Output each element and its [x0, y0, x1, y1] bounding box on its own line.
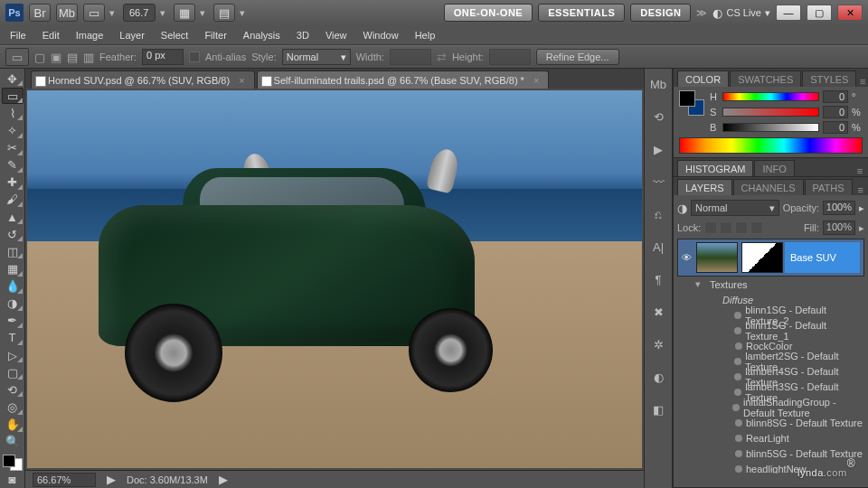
close-icon[interactable]: × [239, 75, 244, 86]
menu-filter[interactable]: Filter [196, 27, 234, 43]
panel-menu-icon[interactable]: ≡ [852, 165, 868, 176]
sat-value[interactable]: 0 [823, 106, 848, 118]
tab-layers[interactable]: LAYERS [677, 179, 732, 195]
menu-file[interactable]: File [2, 27, 34, 43]
panel-menu-icon[interactable]: ≡ [857, 76, 868, 87]
minibridge-button[interactable]: Mb [56, 4, 78, 22]
menu-3d[interactable]: 3D [288, 27, 317, 43]
mini-actions-icon[interactable]: ▶ [648, 139, 668, 159]
tree-node[interactable]: ▾Textures [677, 277, 864, 292]
mini-adjust-icon[interactable]: ◧ [648, 399, 668, 419]
subtract-selection-icon[interactable]: ▤ [67, 52, 78, 63]
layer-thumbnail[interactable] [696, 242, 738, 273]
antialias-checkbox[interactable] [189, 52, 200, 62]
menu-layer[interactable]: Layer [111, 27, 153, 43]
move-tool[interactable]: ✥ [2, 70, 24, 87]
layer-name[interactable]: Base SUV [785, 242, 860, 273]
opacity-input[interactable]: 100% [823, 201, 855, 215]
close-icon[interactable]: × [533, 75, 539, 86]
blur-tool[interactable]: 💧 [2, 278, 24, 295]
workspace-more[interactable]: ≫ [696, 4, 707, 22]
eraser-tool[interactable]: ◫ [2, 243, 24, 259]
mini-3d-icon[interactable]: ✲ [648, 334, 668, 354]
menu-select[interactable]: Select [153, 27, 197, 43]
tree-node[interactable]: RearLight [677, 430, 864, 446]
extras-dropdown[interactable]: ▤▾ [213, 4, 248, 22]
intersect-selection-icon[interactable]: ▥ [83, 52, 94, 63]
hue-slider[interactable] [722, 92, 819, 101]
lock-position-icon[interactable] [735, 221, 748, 234]
refine-edge-button[interactable]: Refine Edge... [536, 49, 619, 65]
wand-tool[interactable]: ✧ [2, 122, 24, 138]
mini-para-icon[interactable]: ¶ [648, 269, 668, 289]
tab-info[interactable]: INFO [754, 160, 794, 176]
bridge-button[interactable]: Br [29, 4, 51, 22]
menu-analysis[interactable]: Analysis [235, 27, 288, 43]
dodge-tool[interactable]: ◑ [2, 296, 24, 312]
tab-color[interactable]: COLOR [677, 70, 729, 87]
menu-view[interactable]: View [317, 27, 355, 43]
status-arrow-icon[interactable]: ▶ [107, 474, 116, 485]
workspace-design[interactable]: DESIGN [630, 4, 691, 22]
menu-edit[interactable]: Edit [34, 27, 68, 43]
eyedropper-tool[interactable]: ✎ [2, 157, 24, 174]
color-ramp[interactable] [679, 137, 863, 154]
visibility-icon[interactable]: 👁 [678, 252, 694, 263]
sat-slider[interactable] [722, 108, 819, 117]
tool-preset-picker[interactable]: ▭ [5, 48, 29, 66]
tab-channels[interactable]: CHANNELS [733, 179, 804, 195]
tab-styles[interactable]: STYLES [802, 70, 856, 87]
lock-pixels-icon[interactable] [720, 221, 732, 234]
tab-histogram[interactable]: HISTOGRAM [677, 160, 753, 176]
heal-tool[interactable]: ✚ [2, 174, 24, 191]
layer-row[interactable]: 👁 Base SUV [677, 239, 864, 277]
tab-paths[interactable]: PATHS [805, 179, 853, 195]
hand-tool[interactable]: ✋ [2, 417, 24, 433]
stamp-tool[interactable]: ▲ [2, 209, 24, 225]
menu-help[interactable]: Help [407, 27, 444, 43]
blend-mode-dropdown[interactable]: Normal▾ [691, 200, 779, 216]
color-fgbg-swatch[interactable] [679, 90, 704, 116]
fill-input[interactable]: 100% [823, 221, 855, 235]
workspace-one-on-one[interactable]: ONE-ON-ONE [444, 4, 533, 22]
mini-clone-icon[interactable]: ⎌ [648, 204, 668, 224]
mini-char-icon[interactable]: A| [648, 237, 668, 257]
mini-brush-icon[interactable]: 〰 [648, 172, 668, 192]
arrange-dropdown[interactable]: ▦▾ [174, 4, 208, 22]
crop-tool[interactable]: ✂ [2, 140, 24, 156]
history-brush-tool[interactable]: ↺ [2, 226, 24, 242]
window-maximize[interactable]: ▢ [807, 5, 832, 21]
hue-value[interactable]: 0 [823, 90, 848, 103]
gradient-tool[interactable]: ▦ [2, 260, 24, 277]
workspace-essentials[interactable]: ESSENTIALS [538, 4, 625, 22]
mini-tools-icon[interactable]: ✖ [648, 302, 668, 322]
3d-rotate-tool[interactable]: ⟲ [2, 381, 24, 398]
tab-swatches[interactable]: SWATCHES [730, 70, 801, 87]
screen-mode-dropdown[interactable]: ▭▾ [83, 4, 118, 22]
lock-all-icon[interactable] [750, 221, 763, 234]
status-menu-icon[interactable]: ▶ [219, 474, 228, 485]
panel-menu-icon[interactable]: ≡ [854, 184, 868, 195]
document-tab-2[interactable]: Self-illuminated trails.psd @ 66.7% (Bas… [257, 70, 550, 89]
menu-window[interactable]: Window [355, 27, 407, 43]
3d-orbit-tool[interactable]: ◎ [2, 399, 24, 415]
zoom-tool[interactable]: 🔍 [2, 434, 24, 450]
foreground-background-swatch[interactable] [3, 455, 23, 471]
bri-slider[interactable] [722, 123, 819, 132]
filter-icon[interactable]: ◑ [677, 202, 687, 214]
type-tool[interactable]: T [2, 330, 24, 346]
mini-minibridge-icon[interactable]: Mb [648, 74, 668, 94]
shape-tool[interactable]: ▢ [2, 364, 24, 380]
window-close[interactable]: ✕ [837, 5, 863, 21]
bri-value[interactable]: 0 [823, 121, 848, 134]
new-selection-icon[interactable]: ▢ [34, 52, 45, 63]
marquee-tool[interactable]: ▭ [2, 88, 24, 104]
document-tab-1[interactable]: Horned SUV.psd @ 66.7% (SUV, RGB/8)× [31, 70, 255, 89]
zoom-dropdown[interactable]: 66.7▾ [123, 4, 168, 22]
add-selection-icon[interactable]: ▣ [51, 52, 61, 63]
foreground-color[interactable] [3, 455, 15, 467]
path-tool[interactable]: ▷ [2, 347, 24, 363]
mini-history-icon[interactable]: ⟲ [648, 107, 668, 127]
pen-tool[interactable]: ✒ [2, 313, 24, 329]
mini-mask-icon[interactable]: ◐ [648, 367, 668, 387]
